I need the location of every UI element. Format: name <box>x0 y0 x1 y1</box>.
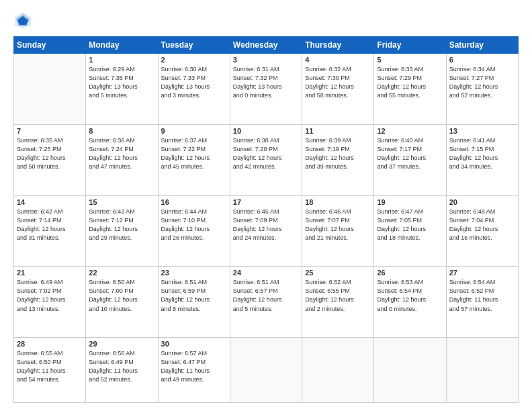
day-number: 23 <box>161 269 227 277</box>
calendar-cell: 2Sunrise: 6:30 AMSunset: 7:33 PMDaylight… <box>158 54 230 125</box>
weekday-header-wednesday: Wednesday <box>230 37 302 54</box>
day-info: Sunrise: 6:54 AMSunset: 6:52 PMDaylight:… <box>449 278 515 313</box>
calendar-cell: 15Sunrise: 6:43 AMSunset: 7:12 PMDayligh… <box>86 195 158 267</box>
day-number: 5 <box>377 56 443 64</box>
week-row-1: 1Sunrise: 6:29 AMSunset: 7:35 PMDaylight… <box>14 54 519 125</box>
day-number: 9 <box>161 127 227 135</box>
day-number: 1 <box>89 56 154 64</box>
day-number: 2 <box>161 56 227 64</box>
day-number: 16 <box>161 198 227 206</box>
day-number: 22 <box>89 269 154 277</box>
day-number: 30 <box>161 340 227 348</box>
day-number: 11 <box>305 127 371 135</box>
calendar-cell <box>446 338 518 403</box>
weekday-header-tuesday: Tuesday <box>158 37 230 54</box>
calendar-cell: 20Sunrise: 6:48 AMSunset: 7:04 PMDayligh… <box>446 195 518 267</box>
calendar-cell: 25Sunrise: 6:52 AMSunset: 6:55 PMDayligh… <box>302 267 374 338</box>
day-info: Sunrise: 6:46 AMSunset: 7:07 PMDaylight:… <box>305 208 371 242</box>
calendar-cell: 1Sunrise: 6:29 AMSunset: 7:35 PMDaylight… <box>86 54 158 125</box>
day-number: 26 <box>377 269 443 277</box>
calendar-cell <box>14 54 86 125</box>
header <box>13 11 519 30</box>
calendar-cell: 8Sunrise: 6:36 AMSunset: 7:24 PMDaylight… <box>86 124 158 195</box>
weekday-header-saturday: Saturday <box>446 37 518 54</box>
calendar-cell <box>374 338 446 403</box>
day-number: 15 <box>89 198 154 206</box>
day-number: 25 <box>305 269 371 277</box>
calendar-cell: 22Sunrise: 6:50 AMSunset: 7:00 PMDayligh… <box>86 267 158 338</box>
calendar-cell: 14Sunrise: 6:42 AMSunset: 7:14 PMDayligh… <box>14 195 86 267</box>
weekday-header-thursday: Thursday <box>302 37 374 54</box>
day-info: Sunrise: 6:44 AMSunset: 7:10 PMDaylight:… <box>161 208 227 242</box>
day-info: Sunrise: 6:31 AMSunset: 7:32 PMDaylight:… <box>233 65 299 100</box>
calendar-cell: 6Sunrise: 6:34 AMSunset: 7:27 PMDaylight… <box>446 54 518 125</box>
day-info: Sunrise: 6:37 AMSunset: 7:22 PMDaylight:… <box>161 136 227 171</box>
calendar-cell: 4Sunrise: 6:32 AMSunset: 7:30 PMDaylight… <box>302 54 374 125</box>
calendar-cell: 9Sunrise: 6:37 AMSunset: 7:22 PMDaylight… <box>158 124 230 195</box>
calendar-cell: 12Sunrise: 6:40 AMSunset: 7:17 PMDayligh… <box>374 124 446 195</box>
day-info: Sunrise: 6:29 AMSunset: 7:35 PMDaylight:… <box>89 65 154 100</box>
day-number: 13 <box>449 127 515 135</box>
day-number: 12 <box>377 127 443 135</box>
day-info: Sunrise: 6:33 AMSunset: 7:29 PMDaylight:… <box>377 65 443 100</box>
day-info: Sunrise: 6:34 AMSunset: 7:27 PMDaylight:… <box>449 65 515 100</box>
calendar-cell: 10Sunrise: 6:38 AMSunset: 7:20 PMDayligh… <box>230 124 302 195</box>
week-row-5: 28Sunrise: 6:55 AMSunset: 6:50 PMDayligh… <box>14 338 519 403</box>
calendar-cell: 3Sunrise: 6:31 AMSunset: 7:32 PMDaylight… <box>230 54 302 125</box>
day-info: Sunrise: 6:56 AMSunset: 6:49 PMDaylight:… <box>89 349 154 384</box>
day-info: Sunrise: 6:32 AMSunset: 7:30 PMDaylight:… <box>305 65 371 100</box>
calendar-cell: 27Sunrise: 6:54 AMSunset: 6:52 PMDayligh… <box>446 267 518 338</box>
week-row-2: 7Sunrise: 6:35 AMSunset: 7:25 PMDaylight… <box>14 124 519 195</box>
day-number: 17 <box>233 198 299 206</box>
day-info: Sunrise: 6:57 AMSunset: 6:47 PMDaylight:… <box>161 349 227 384</box>
calendar-cell: 21Sunrise: 6:49 AMSunset: 7:02 PMDayligh… <box>14 267 86 338</box>
weekday-header-friday: Friday <box>374 37 446 54</box>
calendar-cell: 26Sunrise: 6:53 AMSunset: 6:54 PMDayligh… <box>374 267 446 338</box>
calendar-cell: 30Sunrise: 6:57 AMSunset: 6:47 PMDayligh… <box>158 338 230 403</box>
day-info: Sunrise: 6:40 AMSunset: 7:17 PMDaylight:… <box>377 136 443 171</box>
day-info: Sunrise: 6:35 AMSunset: 7:25 PMDaylight:… <box>17 136 83 171</box>
calendar-table: SundayMondayTuesdayWednesdayThursdayFrid… <box>13 36 519 403</box>
weekday-header-row: SundayMondayTuesdayWednesdayThursdayFrid… <box>14 37 519 54</box>
day-info: Sunrise: 6:38 AMSunset: 7:20 PMDaylight:… <box>233 136 299 171</box>
day-info: Sunrise: 6:42 AMSunset: 7:14 PMDaylight:… <box>17 208 83 242</box>
week-row-3: 14Sunrise: 6:42 AMSunset: 7:14 PMDayligh… <box>14 195 519 267</box>
calendar-cell: 16Sunrise: 6:44 AMSunset: 7:10 PMDayligh… <box>158 195 230 267</box>
calendar-cell: 24Sunrise: 6:51 AMSunset: 6:57 PMDayligh… <box>230 267 302 338</box>
day-number: 20 <box>449 198 515 206</box>
day-number: 19 <box>377 198 443 206</box>
weekday-header-monday: Monday <box>86 37 158 54</box>
page: SundayMondayTuesdayWednesdayThursdayFrid… <box>0 0 532 411</box>
day-info: Sunrise: 6:43 AMSunset: 7:12 PMDaylight:… <box>89 208 154 242</box>
day-info: Sunrise: 6:50 AMSunset: 7:00 PMDaylight:… <box>89 278 154 313</box>
day-number: 24 <box>233 269 299 277</box>
calendar-cell: 17Sunrise: 6:45 AMSunset: 7:09 PMDayligh… <box>230 195 302 267</box>
day-info: Sunrise: 6:51 AMSunset: 6:59 PMDaylight:… <box>161 278 227 313</box>
day-number: 4 <box>305 56 371 64</box>
day-number: 28 <box>17 340 83 348</box>
day-info: Sunrise: 6:30 AMSunset: 7:33 PMDaylight:… <box>161 65 227 100</box>
day-info: Sunrise: 6:41 AMSunset: 7:15 PMDaylight:… <box>449 136 515 171</box>
day-info: Sunrise: 6:55 AMSunset: 6:50 PMDaylight:… <box>17 349 83 384</box>
calendar-cell: 29Sunrise: 6:56 AMSunset: 6:49 PMDayligh… <box>86 338 158 403</box>
calendar-cell: 28Sunrise: 6:55 AMSunset: 6:50 PMDayligh… <box>14 338 86 403</box>
day-info: Sunrise: 6:39 AMSunset: 7:19 PMDaylight:… <box>305 136 371 171</box>
day-info: Sunrise: 6:48 AMSunset: 7:04 PMDaylight:… <box>449 208 515 242</box>
day-info: Sunrise: 6:45 AMSunset: 7:09 PMDaylight:… <box>233 208 299 242</box>
day-number: 14 <box>17 198 83 206</box>
week-row-4: 21Sunrise: 6:49 AMSunset: 7:02 PMDayligh… <box>14 267 519 338</box>
calendar-cell <box>230 338 302 403</box>
day-info: Sunrise: 6:51 AMSunset: 6:57 PMDaylight:… <box>233 278 299 313</box>
day-number: 3 <box>233 56 299 64</box>
day-info: Sunrise: 6:36 AMSunset: 7:24 PMDaylight:… <box>89 136 154 171</box>
calendar-cell: 23Sunrise: 6:51 AMSunset: 6:59 PMDayligh… <box>158 267 230 338</box>
day-number: 18 <box>305 198 371 206</box>
day-number: 6 <box>449 56 515 64</box>
calendar-cell: 19Sunrise: 6:47 AMSunset: 7:05 PMDayligh… <box>374 195 446 267</box>
calendar-cell: 11Sunrise: 6:39 AMSunset: 7:19 PMDayligh… <box>302 124 374 195</box>
day-number: 8 <box>89 127 154 135</box>
day-number: 29 <box>89 340 154 348</box>
calendar-cell: 18Sunrise: 6:46 AMSunset: 7:07 PMDayligh… <box>302 195 374 267</box>
day-info: Sunrise: 6:52 AMSunset: 6:55 PMDaylight:… <box>305 278 371 313</box>
day-info: Sunrise: 6:53 AMSunset: 6:54 PMDaylight:… <box>377 278 443 313</box>
